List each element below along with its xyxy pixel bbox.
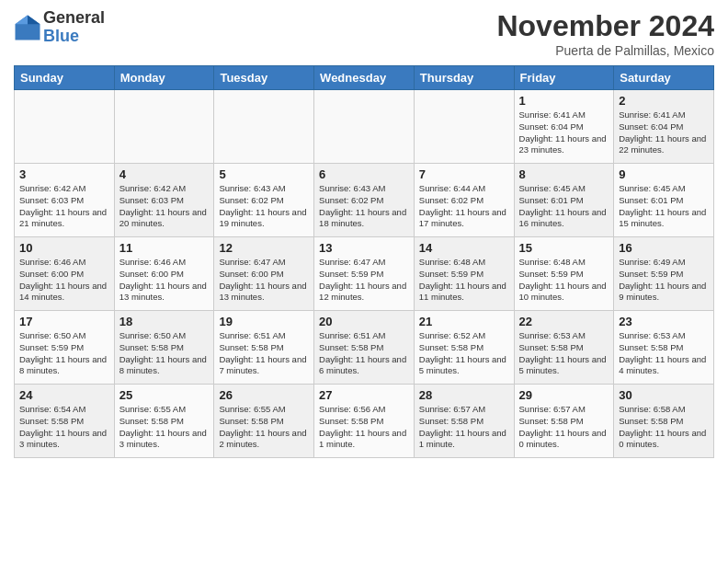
table-row: 15Sunrise: 6:48 AM Sunset: 5:59 PM Dayli… xyxy=(514,237,614,311)
day-number: 29 xyxy=(519,388,609,402)
day-number: 26 xyxy=(219,388,309,402)
day-number: 27 xyxy=(319,388,409,402)
table-row xyxy=(15,90,115,164)
table-row: 25Sunrise: 6:55 AM Sunset: 5:58 PM Dayli… xyxy=(114,385,214,458)
day-info: Sunrise: 6:48 AM Sunset: 5:59 PM Dayligh… xyxy=(419,257,509,304)
day-number: 20 xyxy=(319,315,409,328)
day-number: 8 xyxy=(519,167,609,181)
day-number: 23 xyxy=(619,315,709,328)
day-number: 25 xyxy=(119,388,210,402)
day-number: 6 xyxy=(319,167,409,181)
day-info: Sunrise: 6:50 AM Sunset: 5:58 PM Dayligh… xyxy=(119,330,210,377)
svg-marker-2 xyxy=(16,15,28,24)
table-row: 19Sunrise: 6:51 AM Sunset: 5:58 PM Dayli… xyxy=(214,311,314,385)
table-row: 1Sunrise: 6:41 AM Sunset: 6:04 PM Daylig… xyxy=(514,90,614,164)
table-row: 29Sunrise: 6:57 AM Sunset: 5:58 PM Dayli… xyxy=(514,385,614,458)
day-info: Sunrise: 6:41 AM Sunset: 6:04 PM Dayligh… xyxy=(619,109,709,156)
header-friday: Friday xyxy=(514,66,614,90)
calendar-week-row: 1Sunrise: 6:41 AM Sunset: 6:04 PM Daylig… xyxy=(15,90,714,164)
day-number: 4 xyxy=(119,167,210,181)
day-info: Sunrise: 6:47 AM Sunset: 5:59 PM Dayligh… xyxy=(319,257,409,304)
header-monday: Monday xyxy=(114,66,214,90)
day-number: 19 xyxy=(219,315,309,328)
logo-general-text: General xyxy=(43,9,105,28)
table-row: 8Sunrise: 6:45 AM Sunset: 6:01 PM Daylig… xyxy=(514,164,614,237)
day-number: 5 xyxy=(219,167,309,181)
table-row: 16Sunrise: 6:49 AM Sunset: 5:59 PM Dayli… xyxy=(614,237,714,311)
logo-icon xyxy=(14,14,41,41)
day-info: Sunrise: 6:51 AM Sunset: 5:58 PM Dayligh… xyxy=(319,330,409,377)
day-info: Sunrise: 6:53 AM Sunset: 5:58 PM Dayligh… xyxy=(619,330,709,377)
table-row: 14Sunrise: 6:48 AM Sunset: 5:59 PM Dayli… xyxy=(414,237,514,311)
day-info: Sunrise: 6:54 AM Sunset: 5:58 PM Dayligh… xyxy=(19,404,109,451)
day-number: 30 xyxy=(619,388,709,402)
table-row xyxy=(314,90,415,164)
day-number: 17 xyxy=(19,315,109,328)
day-number: 3 xyxy=(19,167,109,181)
day-number: 16 xyxy=(619,241,709,255)
month-title: November 2024 xyxy=(496,9,714,43)
day-info: Sunrise: 6:46 AM Sunset: 6:00 PM Dayligh… xyxy=(19,257,109,304)
table-row: 10Sunrise: 6:46 AM Sunset: 6:00 PM Dayli… xyxy=(15,237,115,311)
day-number: 11 xyxy=(119,241,210,255)
table-row: 2Sunrise: 6:41 AM Sunset: 6:04 PM Daylig… xyxy=(614,90,714,164)
logo-text: General Blue xyxy=(43,9,105,46)
day-number: 1 xyxy=(519,94,609,108)
table-row: 13Sunrise: 6:47 AM Sunset: 5:59 PM Dayli… xyxy=(314,237,415,311)
header-tuesday: Tuesday xyxy=(214,66,314,90)
day-info: Sunrise: 6:57 AM Sunset: 5:58 PM Dayligh… xyxy=(419,404,509,451)
table-row: 5Sunrise: 6:43 AM Sunset: 6:02 PM Daylig… xyxy=(214,164,314,237)
title-block: November 2024 Puerta de Palmillas, Mexic… xyxy=(496,9,714,58)
day-info: Sunrise: 6:51 AM Sunset: 5:58 PM Dayligh… xyxy=(219,330,309,377)
page-container: General Blue November 2024 Puerta de Pal… xyxy=(0,0,728,463)
day-number: 13 xyxy=(319,241,409,255)
table-row: 11Sunrise: 6:46 AM Sunset: 6:00 PM Dayli… xyxy=(114,237,214,311)
logo: General Blue xyxy=(14,9,105,46)
day-info: Sunrise: 6:46 AM Sunset: 6:00 PM Dayligh… xyxy=(119,257,210,304)
day-number: 10 xyxy=(19,241,109,255)
day-number: 7 xyxy=(419,167,509,181)
table-row: 3Sunrise: 6:42 AM Sunset: 6:03 PM Daylig… xyxy=(15,164,115,237)
calendar-week-row: 17Sunrise: 6:50 AM Sunset: 5:59 PM Dayli… xyxy=(15,311,714,385)
table-row: 22Sunrise: 6:53 AM Sunset: 5:58 PM Dayli… xyxy=(514,311,614,385)
day-number: 21 xyxy=(419,315,509,328)
calendar-week-row: 3Sunrise: 6:42 AM Sunset: 6:03 PM Daylig… xyxy=(15,164,714,237)
svg-marker-1 xyxy=(28,15,40,24)
table-row: 17Sunrise: 6:50 AM Sunset: 5:59 PM Dayli… xyxy=(15,311,115,385)
header-thursday: Thursday xyxy=(414,66,514,90)
day-number: 14 xyxy=(419,241,509,255)
day-number: 9 xyxy=(619,167,709,181)
day-number: 24 xyxy=(19,388,109,402)
day-info: Sunrise: 6:47 AM Sunset: 6:00 PM Dayligh… xyxy=(219,257,309,304)
day-info: Sunrise: 6:42 AM Sunset: 6:03 PM Dayligh… xyxy=(19,183,109,230)
day-info: Sunrise: 6:53 AM Sunset: 5:58 PM Dayligh… xyxy=(519,330,609,377)
day-number: 18 xyxy=(119,315,210,328)
header-saturday: Saturday xyxy=(614,66,714,90)
day-info: Sunrise: 6:43 AM Sunset: 6:02 PM Dayligh… xyxy=(319,183,409,230)
day-info: Sunrise: 6:55 AM Sunset: 5:58 PM Dayligh… xyxy=(119,404,210,451)
day-info: Sunrise: 6:55 AM Sunset: 5:58 PM Dayligh… xyxy=(219,404,309,451)
location-text: Puerta de Palmillas, Mexico xyxy=(496,43,714,58)
day-info: Sunrise: 6:42 AM Sunset: 6:03 PM Dayligh… xyxy=(119,183,210,230)
table-row: 27Sunrise: 6:56 AM Sunset: 5:58 PM Dayli… xyxy=(314,385,415,458)
table-row: 26Sunrise: 6:55 AM Sunset: 5:58 PM Dayli… xyxy=(214,385,314,458)
table-row xyxy=(414,90,514,164)
table-row: 12Sunrise: 6:47 AM Sunset: 6:00 PM Dayli… xyxy=(214,237,314,311)
day-info: Sunrise: 6:45 AM Sunset: 6:01 PM Dayligh… xyxy=(619,183,709,230)
day-number: 12 xyxy=(219,241,309,255)
day-info: Sunrise: 6:48 AM Sunset: 5:59 PM Dayligh… xyxy=(519,257,609,304)
table-row: 24Sunrise: 6:54 AM Sunset: 5:58 PM Dayli… xyxy=(15,385,115,458)
table-row: 28Sunrise: 6:57 AM Sunset: 5:58 PM Dayli… xyxy=(414,385,514,458)
day-info: Sunrise: 6:57 AM Sunset: 5:58 PM Dayligh… xyxy=(519,404,609,451)
table-row: 4Sunrise: 6:42 AM Sunset: 6:03 PM Daylig… xyxy=(114,164,214,237)
table-row: 7Sunrise: 6:44 AM Sunset: 6:02 PM Daylig… xyxy=(414,164,514,237)
table-row: 30Sunrise: 6:58 AM Sunset: 5:58 PM Dayli… xyxy=(614,385,714,458)
calendar-table: Sunday Monday Tuesday Wednesday Thursday… xyxy=(14,65,714,458)
weekday-header-row: Sunday Monday Tuesday Wednesday Thursday… xyxy=(15,66,714,90)
header-sunday: Sunday xyxy=(15,66,115,90)
table-row xyxy=(114,90,214,164)
day-number: 2 xyxy=(619,94,709,108)
table-row: 18Sunrise: 6:50 AM Sunset: 5:58 PM Dayli… xyxy=(114,311,214,385)
logo-blue-text: Blue xyxy=(43,28,105,46)
day-info: Sunrise: 6:52 AM Sunset: 5:58 PM Dayligh… xyxy=(419,330,509,377)
